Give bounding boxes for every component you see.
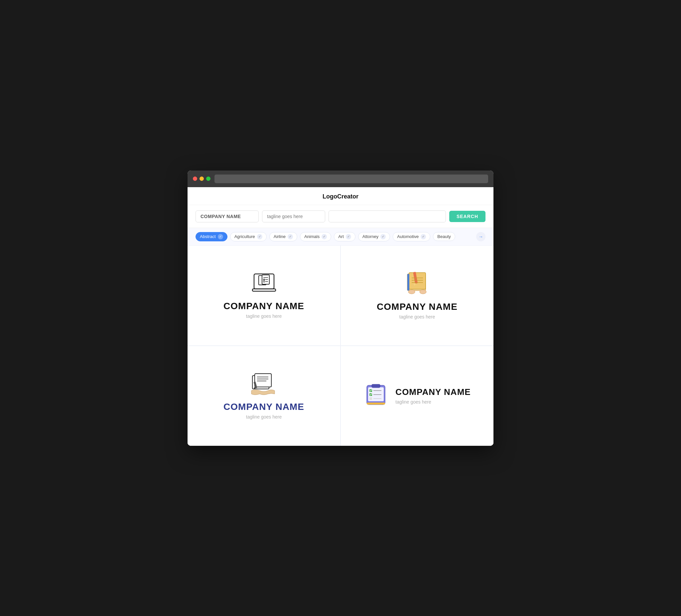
company-name-3: COMPANY NAME xyxy=(224,402,304,412)
logo-card-1[interactable]: COMPANY NAME tagline goes here xyxy=(187,246,340,345)
filter-label: Art xyxy=(338,234,344,239)
filter-chip-art[interactable]: Art ✓ xyxy=(334,232,355,241)
company-name-input[interactable] xyxy=(196,210,259,223)
tagline-3: tagline goes here xyxy=(246,414,282,419)
filter-label: Abstract xyxy=(200,234,216,239)
filter-label: Agriculture xyxy=(234,234,255,239)
filter-chip-automotive[interactable]: Automotive ✓ xyxy=(393,232,430,241)
check-icon-airline: ✓ xyxy=(287,234,293,239)
browser-window: LogoCreator SEARCH Abstract ✓ Agricultur… xyxy=(187,171,494,446)
filter-chip-attorney[interactable]: Attorney ✓ xyxy=(358,232,390,241)
logo-grid: COMPANY NAME tagline goes here xyxy=(187,246,494,446)
logo-text-4: COMPANY NAME tagline goes here xyxy=(395,387,471,405)
check-icon-art: ✓ xyxy=(346,234,351,239)
logo-icon-1 xyxy=(251,272,277,296)
svg-rect-20 xyxy=(255,374,271,387)
address-bar[interactable] xyxy=(215,175,488,183)
svg-point-14 xyxy=(420,290,426,294)
svg-point-13 xyxy=(408,290,415,294)
app-content: LogoCreator SEARCH Abstract ✓ Agricultur… xyxy=(187,187,494,446)
filter-chip-agriculture[interactable]: Agriculture ✓ xyxy=(230,232,267,241)
company-name-1: COMPANY NAME xyxy=(224,301,304,311)
check-icon-attorney: ✓ xyxy=(380,234,386,239)
logo-card-3[interactable]: COMPANY NAME tagline goes here xyxy=(187,346,340,446)
filter-label: Animals xyxy=(304,234,320,239)
app-header: LogoCreator xyxy=(187,187,494,205)
tagline-input[interactable] xyxy=(262,210,325,223)
svg-rect-1 xyxy=(252,289,276,291)
company-name-2: COMPANY NAME xyxy=(377,302,457,312)
logo-card-4[interactable]: COMPANY NAME tagline goes here xyxy=(341,346,494,446)
traffic-lights xyxy=(193,177,210,181)
close-button[interactable] xyxy=(193,177,197,181)
filter-chip-animals[interactable]: Animals ✓ xyxy=(300,232,331,241)
filter-label: Airline xyxy=(274,234,286,239)
check-icon-automotive: ✓ xyxy=(421,234,426,239)
svg-rect-15 xyxy=(407,274,409,290)
industry-input[interactable] xyxy=(329,210,446,223)
filter-label: Attorney xyxy=(362,234,378,239)
svg-rect-35 xyxy=(367,403,385,405)
search-bar: SEARCH xyxy=(187,205,494,228)
company-name-4: COMPANY NAME xyxy=(395,387,471,397)
minimize-button[interactable] xyxy=(200,177,204,181)
check-icon-agriculture: ✓ xyxy=(257,234,262,239)
logo-card-2[interactable]: COMPANY NAME tagline goes here xyxy=(341,246,494,345)
filter-label: Beauty xyxy=(437,234,451,239)
filter-chip-airline[interactable]: Airline ✓ xyxy=(269,232,297,241)
tagline-2: tagline goes here xyxy=(399,314,435,319)
filter-label: Automotive xyxy=(397,234,419,239)
check-icon-animals: ✓ xyxy=(322,234,327,239)
filter-bar: Abstract ✓ Agriculture ✓ Airline ✓ Anima… xyxy=(187,228,494,246)
filter-next-button[interactable]: → xyxy=(476,232,485,241)
check-icon-abstract: ✓ xyxy=(218,234,223,239)
svg-rect-28 xyxy=(372,384,380,388)
filter-chip-beauty[interactable]: Beauty xyxy=(433,232,455,241)
logo-icon-3 xyxy=(250,372,278,396)
svg-rect-33 xyxy=(370,397,372,400)
filter-chip-abstract[interactable]: Abstract ✓ xyxy=(196,232,227,241)
browser-titlebar xyxy=(187,171,494,187)
maximize-button[interactable] xyxy=(206,177,210,181)
tagline-1: tagline goes here xyxy=(246,313,282,319)
app-title: LogoCreator xyxy=(323,193,358,200)
logo-icon-4 xyxy=(363,383,390,409)
logo-icon-2 xyxy=(402,271,432,296)
tagline-4: tagline goes here xyxy=(395,399,471,405)
search-button[interactable]: SEARCH xyxy=(449,211,485,222)
